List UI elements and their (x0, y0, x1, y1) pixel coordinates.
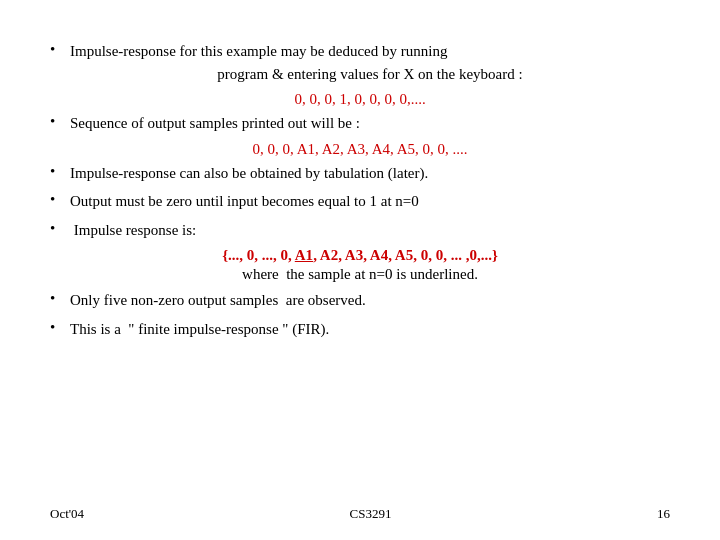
footer-center: CS3291 (350, 506, 392, 522)
bullet-text-4: Output must be zero until input becomes … (70, 190, 670, 213)
footer-right: 16 (657, 506, 670, 522)
slide: • Impulse-response for this example may … (0, 0, 720, 540)
center-line-2: 0, 0, 0, A1, A2, A3, A4, A5, 0, 0, .... (50, 141, 670, 158)
bullet-text-1: Impulse-response for this example may be… (70, 40, 670, 85)
center-line-4: where the sample at n=0 is underlined. (50, 266, 670, 283)
bullet-dot-4: • (50, 190, 70, 208)
bullet-dot-1: • (50, 40, 70, 58)
bullet-dot-6: • (50, 289, 70, 307)
bullet-dot-7: • (50, 318, 70, 336)
bullet-text-7: This is a " finite impulse-response " (F… (70, 318, 670, 341)
bullet-text-2: Sequence of output samples printed out w… (70, 112, 670, 135)
footer-left: Oct'04 (50, 506, 84, 522)
bullet-7: • This is a " finite impulse-response " … (50, 318, 670, 341)
content-area: • Impulse-response for this example may … (50, 40, 670, 340)
underlined-a1: A1 (295, 247, 313, 263)
bullet-3: • Impulse-response can also be obtained … (50, 162, 670, 185)
bullet-text-5: Impulse response is: (70, 219, 670, 242)
bullet-dot-3: • (50, 162, 70, 180)
center-line-1: 0, 0, 0, 1, 0, 0, 0, 0,.... (50, 91, 670, 108)
bullet-text-6: Only five non-zero output samples are ob… (70, 289, 670, 312)
bullet-1: • Impulse-response for this example may … (50, 40, 670, 85)
bullet-text-3: Impulse-response can also be obtained by… (70, 162, 670, 185)
footer: Oct'04 CS3291 16 (0, 506, 720, 522)
bullet-6: • Only five non-zero output samples are … (50, 289, 670, 312)
center-line-3: {..., 0, ..., 0, A1, A2, A3, A4, A5, 0, … (50, 247, 670, 264)
bullet-5: • Impulse response is: (50, 219, 670, 242)
bullet-dot-2: • (50, 112, 70, 130)
bullet-4: • Output must be zero until input become… (50, 190, 670, 213)
bullet-dot-5: • (50, 219, 70, 237)
bullet-2: • Sequence of output samples printed out… (50, 112, 670, 135)
